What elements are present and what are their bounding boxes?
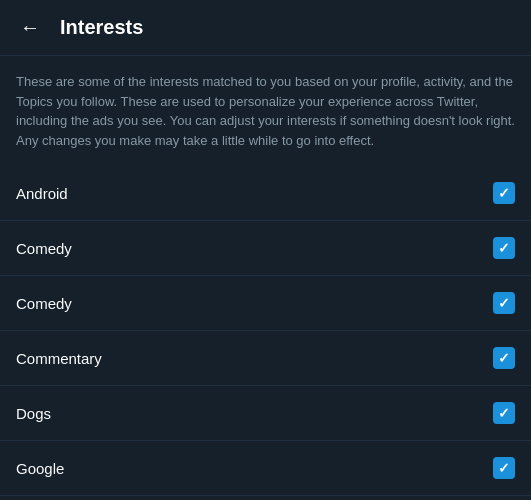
back-arrow-icon: ← bbox=[20, 16, 40, 39]
checkbox-commentary[interactable]: ✓ bbox=[493, 347, 515, 369]
interest-item-android: Android✓ bbox=[0, 166, 531, 221]
checkmark-icon: ✓ bbox=[498, 351, 510, 365]
checkmark-icon: ✓ bbox=[498, 186, 510, 200]
interest-label-comedy2: Comedy bbox=[16, 295, 72, 312]
page-title: Interests bbox=[60, 16, 143, 39]
checkbox-comedy1[interactable]: ✓ bbox=[493, 237, 515, 259]
description-text: These are some of the interests matched … bbox=[0, 56, 531, 158]
interest-label-android: Android bbox=[16, 185, 68, 202]
checkbox-google[interactable]: ✓ bbox=[493, 457, 515, 479]
interests-list: Android✓Comedy✓Comedy✓Commentary✓Dogs✓Go… bbox=[0, 158, 531, 500]
checkmark-icon: ✓ bbox=[498, 296, 510, 310]
interest-item-google: Google✓ bbox=[0, 441, 531, 496]
checkbox-android[interactable]: ✓ bbox=[493, 182, 515, 204]
interest-item-comedy1: Comedy✓ bbox=[0, 221, 531, 276]
interest-item-dogs: Dogs✓ bbox=[0, 386, 531, 441]
checkmark-icon: ✓ bbox=[498, 241, 510, 255]
back-button[interactable]: ← bbox=[16, 12, 44, 43]
checkmark-icon: ✓ bbox=[498, 461, 510, 475]
checkmark-icon: ✓ bbox=[498, 406, 510, 420]
interest-label-commentary: Commentary bbox=[16, 350, 102, 367]
interest-item-microsoft: Microsoft✓ bbox=[0, 496, 531, 500]
interest-item-comedy2: Comedy✓ bbox=[0, 276, 531, 331]
interest-label-dogs: Dogs bbox=[16, 405, 51, 422]
checkbox-comedy2[interactable]: ✓ bbox=[493, 292, 515, 314]
interest-label-comedy1: Comedy bbox=[16, 240, 72, 257]
header: ← Interests bbox=[0, 0, 531, 56]
interest-item-commentary: Commentary✓ bbox=[0, 331, 531, 386]
interest-label-google: Google bbox=[16, 460, 64, 477]
checkbox-dogs[interactable]: ✓ bbox=[493, 402, 515, 424]
interests-page: ← Interests These are some of the intere… bbox=[0, 0, 531, 500]
